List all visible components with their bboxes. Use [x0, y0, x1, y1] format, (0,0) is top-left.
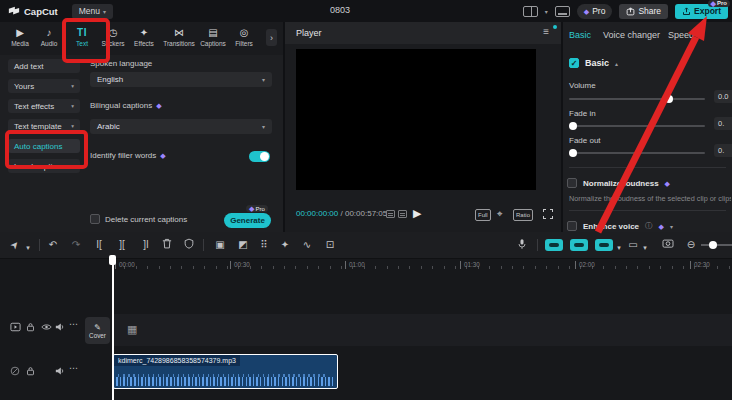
chevron-down-icon: ▾: [262, 76, 265, 83]
tab-speed[interactable]: Speed: [668, 30, 694, 40]
full-button[interactable]: Full: [475, 209, 491, 221]
player-controls: 00:00:00:00 / 00:00:57:05 ▶ Full ⌖ Ratio: [285, 204, 561, 224]
export-frame-icon[interactable]: ▣: [215, 238, 224, 252]
player-menu-icon[interactable]: ≡: [543, 27, 549, 37]
chevron-down-icon[interactable]: ▾: [545, 8, 548, 15]
fade-in-slider[interactable]: [569, 125, 705, 127]
undo-icon[interactable]: ↶: [49, 238, 57, 252]
audio-icon: ♪: [47, 26, 52, 39]
split-right-icon[interactable]: ]I: [143, 238, 149, 252]
play-button[interactable]: ▶: [413, 207, 421, 220]
filler-words-toggle[interactable]: [249, 151, 270, 162]
tab-basic[interactable]: Basic: [569, 30, 591, 40]
tab-transitions[interactable]: ⋈ Transitions: [163, 26, 195, 47]
bilingual-language-select[interactable]: Arabic ▾: [90, 119, 272, 134]
volume-slider[interactable]: [569, 98, 705, 100]
player-panel: Player ≡ 00:00:00:00 / 00:00:57:05 ▶ Ful…: [285, 22, 561, 232]
chevron-down-icon[interactable]: ▾: [617, 241, 621, 255]
captions-panel-icon[interactable]: [555, 6, 570, 17]
basic-checkbox[interactable]: ✓: [569, 58, 579, 68]
audio-clip[interactable]: kdimerc_7428986858358574379.mp3: [113, 354, 338, 389]
tab-effects[interactable]: ✦ Effects: [134, 26, 154, 47]
adjust-grid-icon[interactable]: ⠿: [260, 238, 267, 252]
fade-out-value[interactable]: 0.: [714, 144, 732, 157]
eye-icon[interactable]: [41, 323, 52, 331]
pro-button[interactable]: ◆ Pro: [577, 4, 613, 19]
layout-icon[interactable]: [523, 6, 538, 17]
delete-captions-checkbox[interactable]: [90, 214, 100, 224]
speaker-icon[interactable]: [55, 366, 65, 376]
split-left-icon[interactable]: I[: [96, 238, 102, 252]
divider: [203, 239, 204, 251]
tab-filters[interactable]: ◎ Filters: [235, 26, 253, 47]
more-icon[interactable]: ⋯: [69, 319, 78, 329]
chevron-down-icon[interactable]: ▾: [643, 241, 647, 255]
sidebar-item-text-effects[interactable]: Text effects ▾: [8, 99, 80, 113]
auto-cut-icon[interactable]: [570, 239, 588, 251]
fade-out-slider[interactable]: [569, 152, 705, 154]
speaker-icon[interactable]: [55, 322, 65, 332]
magic-wand-icon[interactable]: ✦: [281, 238, 289, 252]
volume-slider-knob[interactable]: [665, 95, 673, 103]
tab-media[interactable]: ▶ Media: [11, 26, 29, 47]
lock-icon[interactable]: [26, 366, 35, 376]
volume-label: Volume: [569, 81, 596, 90]
video-track-lane[interactable]: ▦: [113, 314, 732, 346]
tab-audio[interactable]: ♪ Audio: [41, 26, 58, 47]
normalize-loudness-checkbox[interactable]: [567, 178, 577, 188]
chevron-right-icon: ›: [270, 33, 273, 43]
playhead-handle[interactable]: [109, 255, 116, 265]
menu-button[interactable]: Menu ▾: [72, 4, 113, 19]
pro-gem-icon: ◆: [584, 8, 589, 15]
delete-icon[interactable]: [162, 238, 172, 249]
chevron-down-icon[interactable]: ▾: [26, 241, 30, 255]
tab-voice-changer[interactable]: Voice changer: [603, 30, 660, 40]
brand-name: CapCut: [24, 6, 58, 17]
generate-button[interactable]: Generate: [224, 213, 271, 228]
caption-page-icon[interactable]: [398, 210, 407, 218]
cover-button[interactable]: ✎ Cover: [85, 317, 110, 344]
redo-icon[interactable]: ↷: [72, 238, 80, 252]
clip-view-icon[interactable]: ▭: [628, 238, 637, 252]
fade-in-label: Fade in: [569, 109, 596, 118]
divider: [569, 167, 726, 168]
ratio-button[interactable]: Ratio: [513, 209, 533, 221]
focus-icon[interactable]: ⌖: [497, 208, 503, 219]
select-tool-icon[interactable]: ➤: [7, 237, 23, 252]
collapse-icon[interactable]: ▴: [615, 60, 618, 67]
more-icon[interactable]: ⋯: [69, 363, 78, 373]
share-button[interactable]: Share: [619, 4, 668, 19]
shield-icon[interactable]: [184, 238, 194, 249]
lock-icon[interactable]: [26, 322, 35, 332]
magnet-icon[interactable]: [595, 239, 613, 251]
split-icon[interactable]: ][: [119, 238, 125, 252]
enhance-voice-checkbox[interactable]: [567, 221, 577, 231]
tab-captions[interactable]: ▤ Captions: [200, 26, 226, 47]
audio-wave-icon[interactable]: ∿: [303, 238, 311, 252]
record-icon[interactable]: ⊡: [326, 238, 334, 252]
player-header: Player ≡: [285, 22, 561, 44]
timeline-zoom-knob[interactable]: [709, 241, 717, 249]
fade-in-value[interactable]: 0.: [714, 117, 732, 130]
fullscreen-icon[interactable]: [543, 209, 553, 219]
video-preview[interactable]: [296, 49, 536, 190]
playhead-line[interactable]: [112, 255, 114, 400]
link-clips-icon[interactable]: [545, 239, 563, 251]
timeline-zoom-slider[interactable]: [701, 244, 732, 246]
export-button[interactable]: Export ◆ Pro: [675, 4, 728, 19]
chevron-down-icon[interactable]: ▾: [670, 223, 673, 230]
camera-icon[interactable]: [662, 238, 674, 248]
fade-in-slider-knob[interactable]: [569, 122, 577, 130]
ruler-label: 01:00: [345, 261, 365, 269]
caption-page-icon[interactable]: [386, 210, 395, 218]
zoom-out-icon[interactable]: ⊖: [687, 238, 695, 252]
fade-out-slider-knob[interactable]: [569, 149, 577, 157]
share-icon: [626, 7, 635, 16]
spoken-language-select[interactable]: English ▾: [90, 72, 272, 87]
microphone-icon[interactable]: [518, 238, 527, 250]
sticker-tool-icon[interactable]: ◩: [238, 238, 247, 252]
volume-value[interactable]: 0.0: [714, 90, 732, 103]
sidebar-item-yours[interactable]: Yours ▾: [8, 79, 80, 93]
divider: [569, 210, 726, 211]
ribbon-expand-button[interactable]: ›: [266, 29, 277, 46]
